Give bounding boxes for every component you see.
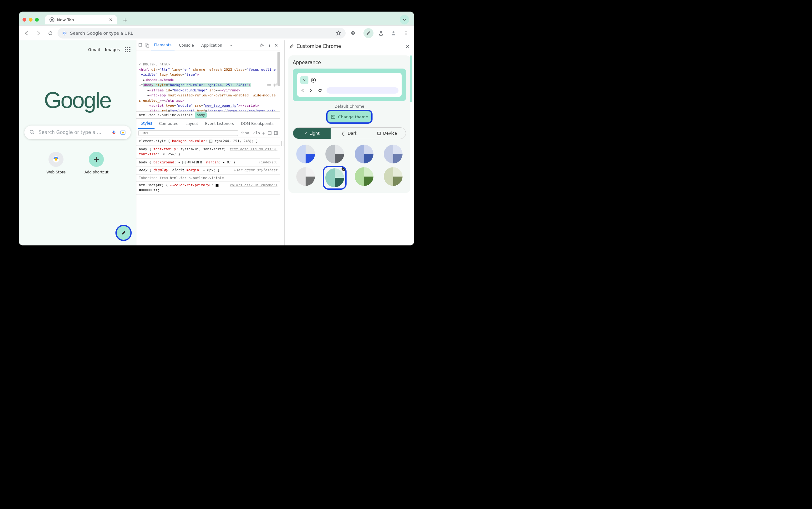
body-rule-1[interactable]: text_defaults_md.css:20body { font-famil… xyxy=(136,145,280,159)
breadcrumb[interactable]: html.focus-outline-visible body xyxy=(136,111,280,118)
crumb-selected[interactable]: body xyxy=(195,112,207,118)
svg-rect-27 xyxy=(377,132,381,134)
side-panel-close-button[interactable]: ✕ xyxy=(406,43,410,49)
minimize-window-button[interactable] xyxy=(29,18,33,22)
toolbar-divider xyxy=(361,30,361,37)
layout-tab[interactable]: Layout xyxy=(183,119,201,128)
images-link[interactable]: Images xyxy=(105,47,120,52)
star-icon[interactable] xyxy=(336,30,341,36)
application-tab[interactable]: Application xyxy=(198,41,225,50)
new-rule-button[interactable]: + xyxy=(262,131,265,136)
dom-tree[interactable]: <!DOCTYPE html> <html dir="ltr" lang="en… xyxy=(136,50,280,111)
event-listeners-tab[interactable]: Event Listeners xyxy=(203,119,237,128)
check-icon: ✓ xyxy=(341,167,345,172)
preview-window xyxy=(297,73,402,97)
color-swatch[interactable] xyxy=(296,145,315,163)
customize-button[interactable] xyxy=(364,28,373,38)
maximize-window-button[interactable] xyxy=(35,18,39,22)
devtools-close-button[interactable]: ✕ xyxy=(274,43,278,48)
customize-fab[interactable] xyxy=(117,226,131,240)
apps-button[interactable] xyxy=(125,47,131,52)
new-tab-button[interactable]: + xyxy=(121,15,130,24)
cls-toggle[interactable]: .cls xyxy=(251,131,260,135)
color-mode-toggle: ✓ Light Dark Device xyxy=(293,127,406,139)
styles-pane[interactable]: element.style { background-color: rgb(24… xyxy=(136,137,280,245)
change-theme-label: Change theme xyxy=(338,114,368,119)
sidebar-toggle-icon[interactable] xyxy=(274,131,278,135)
dom-breakpoints-tab[interactable]: DOM Breakpoints xyxy=(238,119,276,128)
styles-panel-tabs: Styles Computed Layout Event Listeners D… xyxy=(136,118,280,129)
profile-button[interactable] xyxy=(389,28,399,38)
scrollbar[interactable] xyxy=(278,52,280,86)
svg-point-1 xyxy=(51,19,53,21)
body-ua-rule[interactable]: user agent stylesheetbody { display: blo… xyxy=(136,167,280,175)
devtools-panel: Elements Console Application » ✕ <!DOCTY… xyxy=(136,40,280,245)
search-placeholder: Search Google or type a ... xyxy=(39,130,108,135)
labs-button[interactable] xyxy=(376,28,386,38)
tab-title: New Tab xyxy=(57,18,74,22)
shortcut-label: Web Store xyxy=(46,170,66,174)
body-rule-2[interactable]: (index):8body { background: ▸ #F4FBF8; m… xyxy=(136,159,280,167)
styles-toolbar: :hov .cls + xyxy=(136,129,280,137)
gear-icon[interactable] xyxy=(259,43,264,48)
color-swatch[interactable] xyxy=(325,145,344,163)
webstore-shortcut[interactable]: Web Store xyxy=(46,152,66,174)
scrollbar[interactable] xyxy=(410,56,412,102)
console-tab[interactable]: Console xyxy=(176,41,197,50)
hov-toggle[interactable]: :hov xyxy=(240,131,249,135)
html-not-rule[interactable]: colors.css?…ui,chrome:1html:not(#z) { --… xyxy=(136,181,280,195)
light-mode-option[interactable]: ✓ Light xyxy=(293,128,331,139)
change-theme-button[interactable]: Change theme xyxy=(328,111,371,123)
omnibox[interactable]: G Search Google or type a URL xyxy=(58,28,346,38)
close-window-button[interactable] xyxy=(23,18,26,22)
add-shortcut-button[interactable]: + Add shortcut xyxy=(84,152,109,174)
google-g-icon: G xyxy=(62,31,67,36)
color-swatch-selected[interactable]: ✓ xyxy=(324,167,345,189)
color-swatch[interactable] xyxy=(296,167,315,186)
rule-source[interactable]: colors.css?…ui,chrome:1 xyxy=(230,183,278,188)
side-panel-body: Appearance xyxy=(285,52,414,245)
forward-button[interactable] xyxy=(34,29,43,38)
layout-icon[interactable] xyxy=(267,131,272,135)
search-icon xyxy=(29,130,35,135)
dark-mode-option[interactable]: Dark xyxy=(331,128,368,139)
color-swatch[interactable] xyxy=(355,167,373,186)
styles-filter-input[interactable] xyxy=(138,130,238,136)
lens-icon[interactable] xyxy=(120,130,126,135)
tab-bar: New Tab ✕ + xyxy=(19,11,414,25)
gmail-link[interactable]: Gmail xyxy=(88,47,100,52)
color-swatch[interactable] xyxy=(355,145,373,163)
reload-button[interactable] xyxy=(46,29,55,38)
resize-handle[interactable]: || xyxy=(280,40,284,245)
back-button[interactable] xyxy=(22,29,31,38)
rule-source: user agent stylesheet xyxy=(234,168,278,173)
device-toggle-icon[interactable] xyxy=(145,43,149,48)
shortcut-label: Add shortcut xyxy=(84,170,109,174)
tab-search-button[interactable] xyxy=(400,15,409,25)
browser-tab[interactable]: New Tab ✕ xyxy=(45,15,117,25)
svg-point-5 xyxy=(406,31,407,32)
extensions-button[interactable] xyxy=(348,28,358,38)
color-swatch[interactable] xyxy=(384,167,403,186)
device-mode-option[interactable]: Device xyxy=(368,128,406,139)
mic-icon[interactable] xyxy=(111,130,116,135)
rule-source[interactable]: (index):8 xyxy=(259,160,278,165)
more-tabs[interactable]: » xyxy=(227,41,235,50)
kebab-icon[interactable] xyxy=(267,43,272,48)
tab-close-button[interactable]: ✕ xyxy=(109,17,113,22)
dollar-zero: == $0 xyxy=(267,82,278,88)
styles-tab[interactable]: Styles xyxy=(138,118,154,129)
computed-tab[interactable]: Computed xyxy=(156,119,181,128)
chevron-down-icon xyxy=(403,18,406,22)
ntp-search-box[interactable]: Search Google or type a ... xyxy=(25,126,131,139)
menu-button[interactable] xyxy=(401,28,411,38)
svg-point-8 xyxy=(30,130,33,133)
crumb-root[interactable]: html.focus-outline-visible xyxy=(139,113,193,117)
elements-tab[interactable]: Elements xyxy=(151,40,175,50)
svg-point-11 xyxy=(122,132,124,134)
inspect-icon[interactable] xyxy=(138,43,143,48)
back-icon xyxy=(300,88,305,93)
color-swatch[interactable] xyxy=(384,145,403,163)
rule-source[interactable]: text_defaults_md.css:20 xyxy=(230,147,278,152)
element-style-rule[interactable]: element.style { background-color: rgb(24… xyxy=(136,137,280,145)
